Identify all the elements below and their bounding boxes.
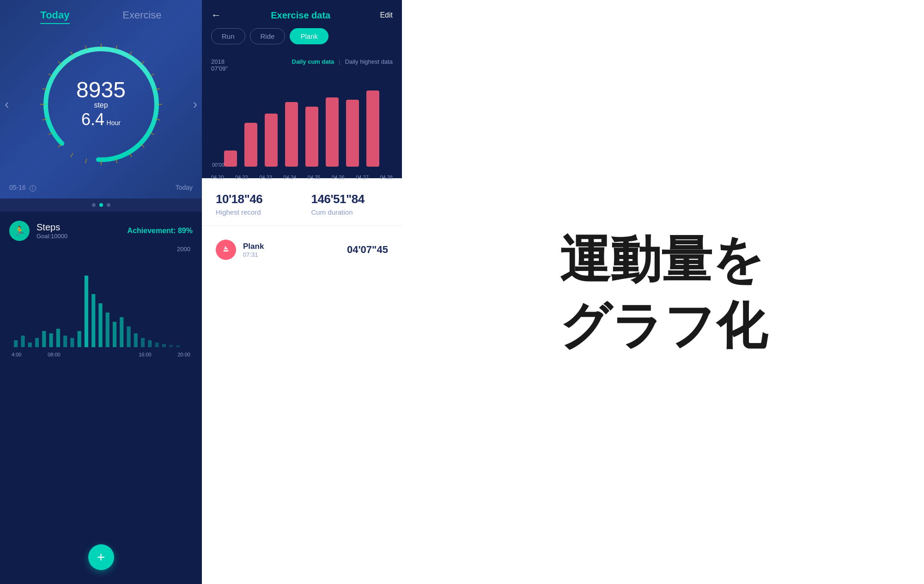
activity-list: Plank 07:31 04'07"45 [202, 226, 402, 274]
exercise-tabs: Run Ride Plank [202, 21, 402, 51]
achievement-value: 89% [178, 227, 193, 235]
steps-icon: 🏃 [9, 221, 30, 241]
stat-highest-value: 10'18"46 [216, 192, 293, 206]
svg-rect-50 [176, 345, 180, 347]
chart-type-divider: | [339, 58, 340, 65]
svg-line-24 [58, 61, 61, 65]
steps-section: 🏃 Steps Goal:10000 Achievement: 89% 2000 [0, 211, 202, 584]
svg-rect-55 [285, 102, 298, 167]
time-label-2: 08:00 [48, 352, 61, 357]
chart-meta: 2018 07'09" Daily cum data | Daily highe… [211, 58, 393, 72]
chart-x-axis: 04.20 04.22 04.23 04.24 04.25 04.26 04.2… [211, 175, 393, 180]
time-label-1: 4:00 [12, 352, 21, 357]
exercise-title: Exercise data [271, 10, 330, 21]
x-label-5: 04.25 [308, 175, 321, 180]
svg-rect-54 [265, 114, 278, 167]
x-label-8: 04.28 [380, 175, 393, 180]
dot-indicators [0, 199, 202, 211]
svg-rect-58 [346, 100, 359, 167]
svg-rect-28 [21, 336, 24, 347]
svg-rect-40 [106, 313, 109, 347]
svg-rect-47 [155, 343, 159, 347]
step-display: 8935 step [69, 79, 134, 109]
chart-date-info: 2018 07'09" [211, 58, 228, 72]
gauge-center: 8935 step 6.4 Hour [69, 79, 134, 129]
chart-year: 2018 [211, 58, 228, 65]
gauge-container: 8935 step 6.4 Hour [36, 40, 166, 169]
stat-cum-value: 146'51"84 [311, 192, 389, 206]
activity-plank-duration: 04'07"45 [347, 244, 388, 256]
japanese-line-1: 運動量を [559, 226, 767, 292]
dot-2[interactable] [99, 203, 103, 207]
add-button[interactable]: + [88, 544, 114, 570]
today-section: Today Exercise ‹ [0, 0, 202, 199]
svg-rect-33 [56, 329, 60, 347]
time-label-4: 20:00 [177, 352, 190, 357]
step-count: 8935 [76, 78, 126, 102]
svg-rect-27 [14, 340, 18, 347]
exercise-header: ← Exercise data Edit [202, 0, 402, 21]
activity-plank-time: 07:31 [243, 251, 347, 258]
steps-title: Steps [36, 222, 67, 233]
tab-plank[interactable]: Plank [290, 28, 328, 44]
chart-type-buttons: Daily cum data | Daily highest data [292, 58, 393, 65]
tab-ride[interactable]: Ride [250, 28, 286, 44]
right-panel: 運動量を グラフ化 [402, 0, 924, 584]
dot-3[interactable] [107, 203, 110, 207]
time-label-3: 16:00 [139, 352, 152, 357]
svg-rect-45 [141, 338, 145, 347]
svg-line-18 [58, 144, 61, 147]
chart-time-start: 07'09" [211, 65, 228, 72]
hour-count: 6.4 [81, 110, 104, 129]
svg-rect-48 [162, 344, 166, 347]
svg-rect-30 [35, 338, 39, 347]
back-button[interactable]: ← [211, 9, 221, 21]
stat-cum: 146'51"84 Cum duration [311, 192, 389, 216]
svg-rect-56 [305, 107, 318, 167]
svg-rect-38 [91, 294, 95, 347]
x-label-4: 04.24 [284, 175, 297, 180]
edit-button[interactable]: Edit [380, 11, 393, 19]
tab-run[interactable]: Run [211, 28, 245, 44]
info-icon[interactable]: i [30, 185, 36, 192]
x-label-7: 04.27 [356, 175, 369, 180]
steps-info: Steps Goal:10000 [36, 222, 67, 240]
nav-left-arrow[interactable]: ‹ [5, 97, 9, 112]
svg-line-12 [141, 144, 144, 147]
svg-line-6 [141, 61, 144, 65]
achievement-label: Achievement: [128, 227, 176, 235]
activity-item-plank: Plank 07:31 04'07"45 [216, 235, 388, 265]
steps-header: 🏃 Steps Goal:10000 Achievement: 89% [9, 221, 193, 241]
chart-type-highest[interactable]: Daily highest data [345, 58, 393, 65]
svg-rect-57 [326, 97, 339, 167]
dot-1[interactable] [92, 203, 96, 207]
x-label-3: 04.23 [259, 175, 272, 180]
steps-goal: Goal:10000 [36, 233, 67, 240]
svg-rect-52 [224, 151, 237, 167]
svg-rect-29 [28, 343, 32, 347]
hour-unit: Hour [107, 119, 121, 126]
date-bar: 05-16 i Today [0, 180, 202, 199]
svg-text:00'00": 00'00" [212, 162, 226, 168]
svg-rect-39 [98, 303, 102, 347]
chart-type-cum[interactable]: Daily cum data [292, 58, 334, 65]
steps-bar-chart [9, 257, 193, 349]
svg-rect-35 [70, 338, 74, 347]
exercise-bar-chart: 00'00" 04.20 04.22 04.23 04.24 04.25 04.… [211, 77, 393, 169]
tab-today[interactable]: Today [40, 9, 69, 24]
tab-exercise[interactable]: Exercise [122, 9, 161, 24]
svg-rect-49 [169, 345, 173, 347]
x-label-1: 04.20 [211, 175, 224, 180]
date-label: 05-16 i [9, 184, 36, 192]
svg-rect-46 [148, 340, 152, 347]
exercise-chart-svg: 00'00" [211, 77, 393, 169]
svg-rect-41 [113, 322, 116, 347]
stat-cum-label: Cum duration [311, 208, 389, 216]
svg-rect-59 [366, 90, 379, 167]
nav-right-arrow[interactable]: › [193, 97, 197, 112]
stat-highest-label: Highest record [216, 208, 293, 216]
chart-max-label: 2000 [9, 246, 193, 253]
svg-rect-53 [244, 123, 257, 167]
step-unit: step [94, 101, 108, 109]
middle-panel: ← Exercise data Edit Run Ride Plank 2018… [202, 0, 402, 584]
